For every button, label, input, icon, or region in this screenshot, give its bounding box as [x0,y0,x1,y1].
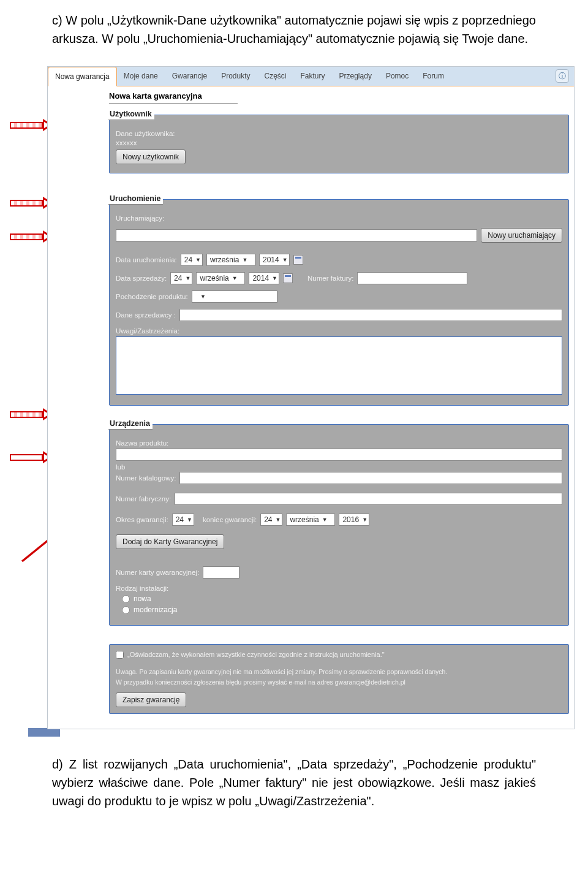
tab-nowa-gwarancja[interactable]: Nowa gwarancja [48,67,117,86]
label-numer-faktury: Numer faktury: [307,275,353,282]
label-numer-katalogowy: Numer katalogowy: [116,474,176,482]
app-window: Nowa gwarancja Moje dane Gwarancje Produ… [47,66,575,729]
label-pochodzenie: Pochodzenie produktu: [116,293,188,300]
outro-paragraph: d) Z list rozwijanych „Data uruchomienia… [0,737,588,822]
label-koniec-gwarancji: koniec gwarancji: [203,516,257,523]
uruchamiajacy-input[interactable] [116,229,477,241]
nazwa-produktu-input[interactable] [116,449,562,461]
tab-produkty[interactable]: Produkty [214,67,257,86]
label-numer-fabryczny: Numer fabryczny: [116,495,171,503]
panel-declaration: „Oświadczam, że wykonałem wszystkie czyn… [109,644,569,714]
okres-gwarancji-select[interactable]: 24▼ [172,514,194,526]
tab-przeglady[interactable]: Przeglądy [333,67,379,86]
label-data-uruchomienia: Data uruchomienia: [116,256,177,264]
koniec-year-select[interactable]: 2016▼ [339,514,369,526]
data-uruch-month-select[interactable]: września▼ [206,254,255,266]
data-sprz-year-select[interactable]: 2014▼ [249,272,279,284]
intro-paragraph: c) W polu „Użytkownik-Dane użytkownika" … [0,0,588,66]
panel-uzytkownik: Użytkownik Dane użytkownika: xxxxxx Nowy… [109,115,569,173]
numer-fabryczny-input[interactable] [175,493,562,505]
panel-urzadzenia: Urządzenia Nazwa produktu: lub Numer kat… [109,424,569,626]
data-sprz-day-select[interactable]: 24▼ [170,272,192,284]
dodaj-do-karty-button[interactable]: Dodaj do Karty Gwarancyjnej [116,534,224,549]
nowy-uzytkownik-button[interactable]: Nowy użytkownik [116,150,186,164]
help-icon[interactable]: ⓘ [556,69,569,83]
label-data-sprzedazy: Data sprzedaży: [116,275,167,282]
dane-sprzedawcy-input[interactable] [179,309,562,321]
page-title: Nowa karta gwarancyjna [109,89,238,104]
numer-faktury-input[interactable] [357,272,467,284]
tab-forum[interactable]: Forum [416,67,451,86]
zapisz-gwarancje-button[interactable]: Zapisz gwarancję [116,693,186,707]
label-dane-sprzedawcy: Dane sprzedawcy : [116,311,176,319]
label-uruchamiajacy: Uruchamiający: [116,214,562,222]
label-uwagi: Uwagi/Zastrzeżenia: [116,327,562,335]
tab-czesci[interactable]: Części [257,67,293,86]
declaration-note-2: W przypadku konieczności zgłoszenia błęd… [116,678,562,687]
arrow-annotation-5 [10,451,53,463]
label-okres-gwarancji: Okres gwarancji: [116,516,168,523]
numer-katalogowy-input[interactable] [179,472,562,484]
value-dane-uzytkownika: xxxxxx [116,139,562,146]
declaration-text: „Oświadczam, że wykonałem wszystkie czyn… [127,651,385,658]
label-dane-uzytkownika: Dane użytkownika: [116,130,562,137]
panel-heading-uzytkownik: Użytkownik [108,109,154,120]
data-sprz-month-select[interactable]: września▼ [196,272,245,284]
data-uruch-day-select[interactable]: 24▼ [181,254,203,266]
panel-heading-urzadzenia: Urządzenia [108,419,153,430]
uwagi-textarea[interactable] [116,336,562,395]
tab-bar: Nowa gwarancja Moje dane Gwarancje Produ… [48,67,574,86]
screenshot-container: Nowa gwarancja Moje dane Gwarancje Produ… [0,66,588,737]
label-rodzaj-instalacji: Rodzaj instalacji: [116,585,562,592]
arrow-annotation-2 [10,197,53,209]
calendar-icon[interactable] [293,255,303,265]
radio-modernizacja[interactable] [122,606,130,614]
panel-uruchomienie: Uruchomienie Uruchamiający: Nowy urucham… [109,199,569,406]
pochodzenie-select[interactable]: ▼ [192,290,277,303]
lub-label: lub [116,463,562,471]
koniec-month-select[interactable]: września▼ [286,514,335,526]
declaration-checkbox[interactable] [116,651,124,659]
radio-nowa[interactable] [122,595,130,603]
calendar-icon[interactable] [283,273,293,283]
tab-moje-dane[interactable]: Moje dane [117,67,165,86]
radio-modernizacja-label: modernizacja [134,605,177,614]
arrow-annotation-3 [10,230,53,243]
nowy-uruchamiajacy-button[interactable]: Nowy uruchamiający [481,228,562,243]
arrow-annotation-1 [10,119,53,131]
panel-heading-uruchomienie: Uruchomienie [108,194,163,205]
tab-gwarancje[interactable]: Gwarancje [165,67,214,86]
tab-pomoc[interactable]: Pomoc [379,67,416,86]
numer-karty-input[interactable] [203,566,239,579]
radio-nowa-label: nowa [134,594,151,603]
koniec-day-select[interactable]: 24▼ [260,514,282,526]
arrow-annotation-4 [10,408,53,420]
data-uruch-year-select[interactable]: 2014▼ [259,254,290,266]
decorative-bar [28,728,60,737]
label-numer-karty: Numer karty gwarancyjnej: [116,569,199,576]
declaration-note-1: Uwaga. Po zapisaniu karty gwarancyjnej n… [116,667,562,677]
label-nazwa-produktu: Nazwa produktu: [116,439,562,447]
tab-faktury[interactable]: Faktury [294,67,333,86]
app-content: Nowa karta gwarancyjna Użytkownik Dane u… [48,86,574,729]
